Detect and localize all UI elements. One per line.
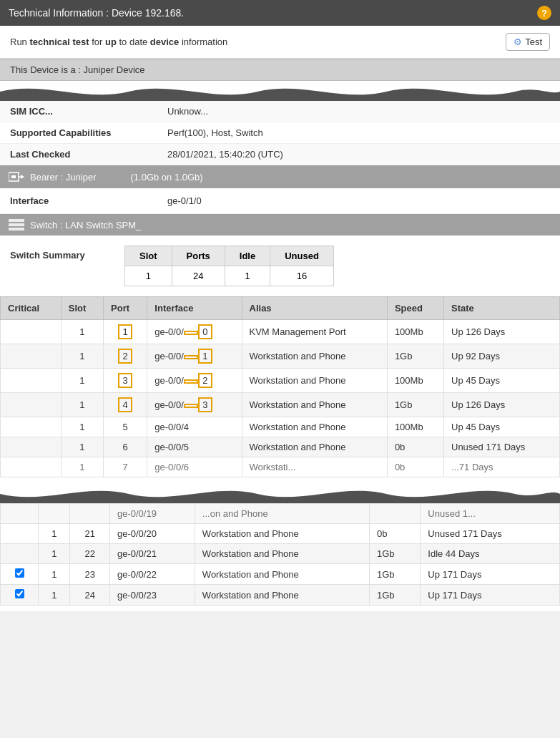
port-cell: 22 [70, 544, 110, 564]
critical-cell [1, 544, 39, 564]
port-cell: 5 [104, 417, 147, 437]
alias-cell: Workstation and Phone [242, 437, 387, 457]
svg-rect-1 [11, 175, 16, 178]
alias-cell: Workstation and Phone [242, 344, 387, 369]
summary-cell: 16 [270, 266, 334, 286]
port-cell: 24 [70, 585, 110, 606]
state-cell: Up 126 Days [444, 320, 560, 344]
iface-highlight-mid [184, 355, 198, 359]
slot-cell: 1 [39, 564, 70, 585]
port-cell: 3 [104, 369, 147, 393]
interface-cell: ge-0/0/4 [147, 417, 242, 437]
port-cell: 1 [104, 320, 147, 344]
svg-rect-6 [9, 228, 24, 230]
switch-section-label: Switch : LAN Switch SPM_ [30, 220, 141, 230]
device-info-value: Unknow... [157, 101, 560, 122]
switch-section-header: Switch : LAN Switch SPM_ [0, 214, 560, 236]
table-row: 124ge-0/0/23Workstation and Phone1GbUp 1… [1, 585, 560, 606]
summary-cell: 1 [225, 266, 270, 286]
wave-divider-bottom [0, 483, 560, 503]
table-row: 11ge-0/0/0KVM Management Port100MbUp 126… [1, 320, 560, 344]
switch-summary-table: SlotPortsIdleUnused 124116 [124, 246, 334, 286]
state-cell: Idle 44 Days [421, 544, 560, 564]
ports-col-header: Alias [242, 297, 387, 320]
port-cell [70, 504, 110, 524]
ports-col-header: State [444, 297, 560, 320]
interface-section: Interface ge-0/1/0 [0, 188, 560, 214]
interface-cell: ge-0/0/22 [109, 564, 195, 585]
state-cell: Up 171 Days [421, 564, 560, 585]
title-bar: Technical Information : Device 192.168. … [0, 0, 560, 26]
slot-cell: 1 [61, 320, 103, 344]
gear-icon: ⚙ [514, 37, 522, 47]
ports-table-bottom-container: ge-0/0/19...on and PhoneUnused 1...121ge… [0, 503, 560, 611]
state-cell: Unused 171 Days [421, 524, 560, 544]
interface-cell: ge-0/0/21 [109, 544, 195, 564]
ports-table-container: CriticalSlotPortInterfaceAliasSpeedState… [0, 296, 560, 483]
speed-cell: 1Gb [369, 544, 420, 564]
page-title: Technical Information : Device 192.168. [9, 7, 184, 19]
speed-cell: 0b [387, 457, 443, 477]
alias-cell: Workstation and Phone [242, 417, 387, 437]
iface-highlight-end: 0 [198, 324, 212, 339]
bearer-value: (1.0Gb on 1.0Gb) [131, 172, 203, 183]
state-cell: Up 45 Days [444, 369, 560, 393]
table-row: 14ge-0/0/3Workstation and Phone1GbUp 126… [1, 393, 560, 417]
slot-cell: 1 [39, 585, 70, 606]
slot-cell: 1 [61, 417, 103, 437]
speed-cell: 1Gb [369, 585, 420, 606]
iface-plain: ge-0/0/ [154, 375, 183, 386]
test-button-label: Test [525, 37, 542, 47]
port-cell: 21 [70, 524, 110, 544]
test-button[interactable]: ⚙ Test [506, 33, 550, 51]
help-icon[interactable]: ? [537, 6, 551, 20]
speed-cell: 100Mb [387, 320, 443, 344]
switch-icon [9, 219, 24, 230]
summary-col-header: Ports [172, 246, 225, 266]
bearer-icon [9, 170, 24, 183]
table-row: 13ge-0/0/2Workstation and Phone100MbUp 4… [1, 369, 560, 393]
switch-summary-label: Switch Summary [10, 246, 110, 261]
summary-cell: 1 [125, 266, 172, 286]
info-bar: Run technical test for up to date device… [0, 26, 560, 59]
interface-cell: ge-0/0/19 [109, 504, 195, 524]
iface-highlight-end: 2 [198, 373, 212, 388]
alias-cell: ...on and Phone [195, 504, 369, 524]
bearer-section-header: Bearer : Juniper (1.0Gb on 1.0Gb) [0, 165, 560, 188]
ports-col-header: Critical [1, 297, 62, 320]
table-row: 17ge-0/0/6Workstati...0b...71 Days [1, 457, 560, 477]
interface-cell: ge-0/0/23 [109, 585, 195, 606]
interface-cell: ge-0/0/20 [109, 524, 195, 544]
speed-cell: 0b [369, 524, 420, 544]
slot-cell [39, 504, 70, 524]
speed-cell: 100Mb [387, 417, 443, 437]
table-row: 123ge-0/0/22Workstation and Phone1GbUp 1… [1, 564, 560, 585]
critical-cell [1, 369, 62, 393]
interface-cell: ge-0/0/5 [147, 437, 242, 457]
alias-cell: Workstation and Phone [242, 393, 387, 417]
ports-col-header: Interface [147, 297, 242, 320]
alias-cell: Workstation and Phone [195, 564, 369, 585]
alias-cell: Workstation and Phone [195, 524, 369, 544]
device-info-table: SIM ICC...Unknow...Supported Capabilitie… [0, 101, 560, 165]
critical-cell [1, 585, 39, 606]
summary-col-header: Unused [270, 246, 334, 266]
device-type-text: This Device is a : Juniper Device [10, 64, 145, 75]
table-row: ge-0/0/19...on and PhoneUnused 1... [1, 504, 560, 524]
critical-cell [1, 504, 39, 524]
speed-cell: 1Gb [369, 564, 420, 585]
critical-checkbox[interactable] [15, 589, 24, 598]
speed-cell: 1Gb [387, 344, 443, 369]
interface-label: Interface [10, 195, 167, 206]
state-cell: Unused 1... [421, 504, 560, 524]
port-cell: 6 [104, 437, 147, 457]
speed-cell: 1Gb [387, 393, 443, 417]
interface-value: ge-0/1/0 [167, 195, 202, 206]
state-cell: Up 92 Days [444, 344, 560, 369]
table-row: 122ge-0/0/21Workstation and Phone1GbIdle… [1, 544, 560, 564]
critical-checkbox[interactable] [15, 568, 24, 578]
port-cell: 7 [104, 457, 147, 477]
speed-cell: 0b [387, 437, 443, 457]
device-info-row: Supported CapabilitiesPerf(100), Host, S… [0, 122, 560, 144]
alias-cell: KVM Management Port [242, 320, 387, 344]
